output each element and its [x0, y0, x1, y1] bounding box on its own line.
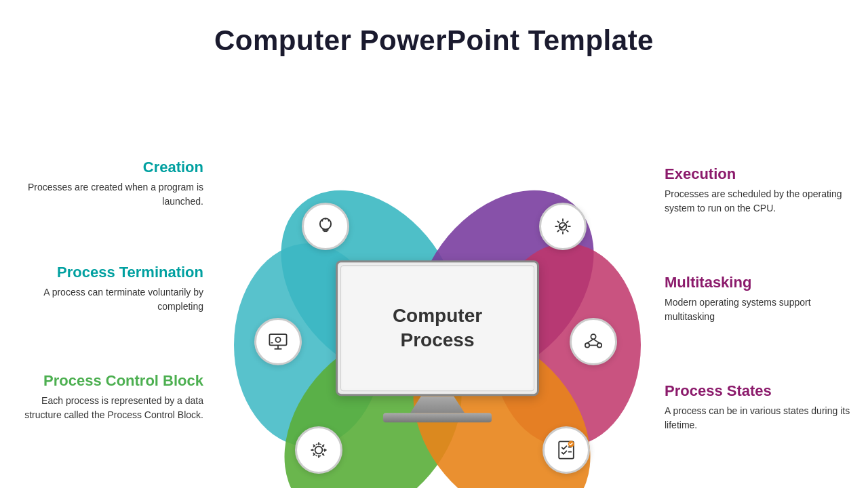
process-states-block: Process States A process can be in vario… [665, 382, 861, 432]
svg-line-10 [328, 220, 329, 221]
process-states-icon [554, 438, 578, 462]
monitor-stand [410, 396, 465, 413]
termination-block: Process Termination A process can termin… [7, 264, 203, 314]
icon-multitasking [570, 318, 617, 365]
execution-block: Execution Processes are scheduled by the… [665, 165, 861, 216]
multitasking-text: Modern operating systems support multita… [665, 296, 861, 324]
left-panel: Creation Processes are created when a pr… [0, 131, 203, 488]
svg-point-20 [585, 343, 589, 347]
center-diagram: Computer Process [197, 131, 678, 488]
svg-point-16 [315, 447, 323, 454]
multitasking-title: Multitasking [665, 274, 861, 291]
icon-process-states [542, 426, 590, 474]
icon-termination [254, 318, 302, 365]
page-title: Computer PowerPoint Template [0, 0, 868, 57]
diagram-container: Computer Process [220, 162, 654, 488]
icon-pcb [295, 426, 342, 474]
pcb-icon [307, 438, 331, 462]
monitor-label-line2: Process [401, 329, 475, 350]
monitor-base [383, 413, 492, 422]
process-states-title: Process States [665, 382, 861, 400]
termination-icon [266, 329, 290, 354]
monitor-screen: Computer Process [336, 260, 539, 396]
monitor-label: Computer Process [393, 304, 482, 353]
svg-line-23 [593, 339, 599, 343]
termination-title: Process Termination [7, 264, 203, 281]
icon-execution [539, 203, 587, 250]
svg-point-6 [320, 218, 331, 229]
creation-title: Creation [7, 159, 203, 176]
execution-text: Processes are scheduled by the operating… [665, 187, 861, 216]
pcb-text: Each process is represented by a data st… [7, 394, 203, 422]
svg-line-9 [322, 220, 323, 221]
execution-title: Execution [665, 165, 861, 183]
icon-creation [302, 203, 349, 250]
creation-block: Creation Processes are created when a pr… [7, 159, 203, 209]
creation-icon [313, 214, 338, 239]
process-states-text: A process can be in various states durin… [665, 404, 861, 432]
monitor: Computer Process [336, 260, 539, 422]
creation-text: Processes are created when a program is … [7, 180, 203, 209]
pcb-block: Process Control Block Each process is re… [7, 372, 203, 422]
right-panel: Execution Processes are scheduled by the… [678, 131, 868, 488]
multitasking-icon [581, 329, 606, 354]
pcb-title: Process Control Block [7, 372, 203, 390]
monitor-label-line1: Computer [393, 305, 482, 326]
execution-icon [551, 214, 575, 239]
termination-text: A process can terminate voluntarily by c… [7, 285, 203, 314]
svg-line-22 [587, 339, 593, 343]
svg-point-19 [591, 334, 595, 339]
svg-rect-11 [269, 334, 286, 345]
multitasking-block: Multitasking Modern operating systems su… [665, 274, 861, 324]
svg-point-14 [275, 338, 280, 342]
main-content: Creation Processes are created when a pr… [0, 131, 868, 488]
svg-point-21 [597, 343, 601, 347]
